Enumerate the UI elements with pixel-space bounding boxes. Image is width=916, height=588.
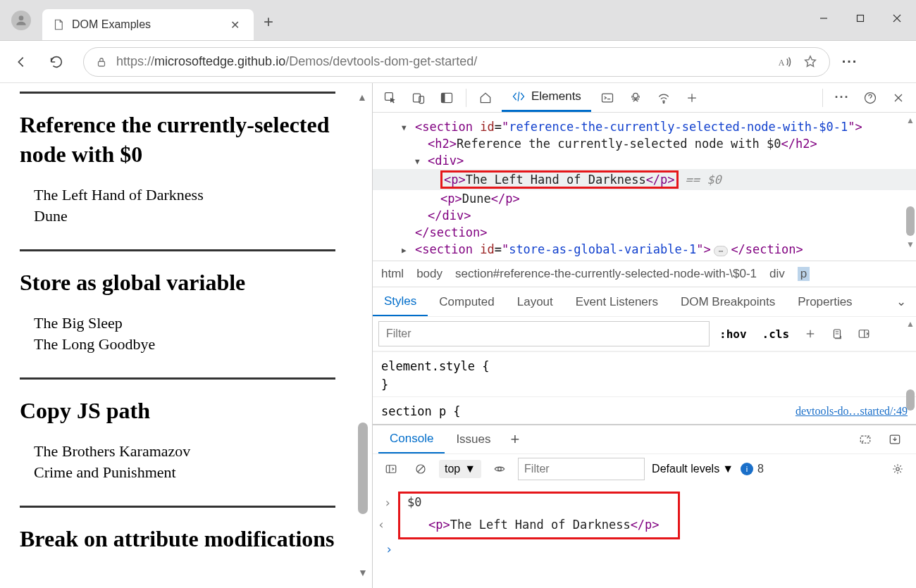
list-item: The Big Sleep — [34, 313, 335, 334]
context-selector[interactable]: top ▼ — [439, 460, 481, 478]
window-controls — [807, 6, 916, 40]
computed-tab[interactable]: Computed — [428, 287, 505, 316]
refresh-button[interactable] — [41, 46, 72, 77]
source-link[interactable]: devtools-do…started/:49 — [796, 403, 908, 420]
styles-filter-input[interactable] — [378, 321, 710, 346]
close-devtools-icon[interactable] — [886, 86, 910, 110]
console-settings-icon[interactable] — [886, 458, 909, 480]
elements-tab[interactable]: Elements — [502, 84, 591, 112]
more-tabs-icon[interactable] — [680, 86, 704, 110]
info-icon: i — [741, 463, 753, 475]
styles-tab[interactable]: Styles — [373, 287, 428, 316]
browser-tab-strip: DOM Examples ✕ + — [0, 0, 916, 41]
clear-console-icon[interactable] — [409, 458, 432, 480]
section-heading: Copy JS path — [20, 396, 335, 426]
copy-styles-icon[interactable] — [826, 323, 848, 345]
address-bar-row: https://microsoftedge.github.io/Demos/de… — [0, 41, 916, 83]
svg-rect-23 — [859, 330, 869, 338]
list-item: Crime and Punishment — [34, 462, 335, 483]
page-section: Store as global variable The Big Sleep T… — [20, 249, 335, 377]
css-rule-section-p[interactable]: section p { devtools-do…started/:49 — [373, 396, 916, 424]
issues-drawer-tab[interactable]: Issues — [445, 425, 502, 453]
page-content-pane: Reference the currently-selected node wi… — [0, 83, 372, 588]
svg-rect-12 — [602, 94, 612, 102]
console-output[interactable]: › $0 ‹ <p>The Left Hand of Darkness</p> … — [373, 484, 916, 566]
page-icon — [52, 18, 65, 31]
styles-tabstrip: Styles Computed Layout Event Listeners D… — [373, 287, 916, 316]
svg-point-32 — [896, 468, 900, 471]
console-drawer-tab[interactable]: Console — [378, 425, 445, 453]
maximize-button[interactable] — [844, 6, 877, 30]
issues-counter[interactable]: i8 — [741, 463, 764, 475]
selected-dom-node[interactable]: <p>The Left Hand of Darkness</p>== $0 — [373, 169, 916, 190]
elements-icon — [512, 89, 526, 104]
chevron-down-icon[interactable]: ⌄ — [886, 294, 916, 309]
new-style-rule-icon[interactable] — [799, 323, 822, 345]
page-section: Reference the currently-selected node wi… — [20, 92, 335, 249]
close-window-button[interactable] — [881, 6, 913, 30]
styles-scrollbar[interactable]: ▲ — [905, 319, 916, 411]
list-item: The Left Hand of Darkness — [34, 184, 335, 206]
inspect-element-icon[interactable] — [378, 86, 402, 110]
list-item: Dune — [34, 206, 335, 227]
svg-line-30 — [418, 466, 423, 472]
properties-tab[interactable]: Properties — [786, 287, 863, 316]
svg-rect-5 — [99, 61, 105, 66]
network-tab-icon[interactable] — [652, 86, 676, 110]
css-rule-element-style[interactable]: element.style { } — [373, 351, 916, 396]
toggle-screencast-icon[interactable] — [435, 86, 459, 110]
page-section: Copy JS path The Brothers Karamazov Crim… — [20, 377, 335, 506]
drawer-dock-icon[interactable] — [884, 428, 906, 451]
highlighted-console-entry: $0 ‹ <p>The Left Hand of Darkness</p> — [398, 492, 680, 539]
svg-point-0 — [19, 15, 24, 20]
browser-tab[interactable]: DOM Examples ✕ — [42, 9, 254, 40]
cls-toggle[interactable]: .cls — [757, 325, 796, 344]
minimize-button[interactable] — [807, 6, 840, 30]
list-item: The Long Goodbye — [34, 334, 335, 355]
styles-toolbar: :hov .cls — [373, 316, 916, 351]
address-bar[interactable]: https://microsoftedge.github.io/Demos/de… — [83, 47, 830, 77]
read-aloud-icon[interactable]: A — [777, 54, 793, 70]
url-text: https://microsoftedge.github.io/Demos/de… — [116, 54, 477, 69]
tab-close-icon[interactable]: ✕ — [226, 17, 244, 33]
svg-text:A: A — [779, 57, 785, 67]
drawer-expand-icon[interactable] — [854, 428, 877, 451]
section-heading: Break on attribute modifications — [20, 525, 335, 554]
add-drawer-tab-icon[interactable]: + — [502, 430, 528, 449]
sources-tab-icon[interactable] — [624, 86, 648, 110]
tree-scrollbar[interactable]: ▲▼ — [905, 115, 916, 249]
svg-rect-2 — [858, 15, 864, 22]
section-heading: Reference the currently-selected node wi… — [20, 111, 335, 169]
dom-breakpoints-tab[interactable]: DOM Breakpoints — [669, 287, 786, 316]
dom-breadcrumb[interactable]: html body section#reference-the-currentl… — [373, 261, 916, 287]
console-sidebar-icon[interactable] — [380, 458, 402, 480]
event-listeners-tab[interactable]: Event Listeners — [564, 287, 669, 316]
svg-point-13 — [633, 93, 638, 98]
elements-tree[interactable]: ••• ▼<section id="reference-the-currentl… — [373, 113, 916, 261]
section-heading: Store as global variable — [20, 268, 335, 298]
svg-rect-11 — [442, 93, 445, 102]
favorite-icon[interactable] — [803, 54, 818, 70]
devtools-panel: Elements ··· ••• ▼<section id="reference… — [372, 83, 916, 588]
devtools-more-icon[interactable]: ··· — [830, 86, 854, 110]
console-tab-icon[interactable] — [595, 86, 619, 110]
svg-point-14 — [663, 101, 664, 103]
browser-menu-button[interactable]: ··· — [834, 46, 865, 77]
help-icon[interactable] — [858, 86, 882, 110]
layout-tab[interactable]: Layout — [506, 287, 564, 316]
live-expression-icon[interactable] — [488, 458, 511, 480]
new-tab-button[interactable]: + — [264, 12, 273, 32]
console-drawer: Console Issues + top ▼ Default levels ▼ … — [373, 424, 916, 589]
device-toolbar-icon[interactable] — [407, 86, 431, 110]
profile-avatar[interactable] — [11, 11, 31, 30]
page-scrollbar[interactable]: ▲ ▼ — [357, 92, 368, 580]
computed-sidebar-icon[interactable] — [853, 323, 875, 345]
welcome-tab-icon[interactable] — [474, 86, 497, 110]
console-filter-input[interactable] — [518, 458, 645, 480]
hov-toggle[interactable]: :hov — [714, 325, 753, 344]
svg-point-31 — [498, 468, 502, 471]
console-toolbar: top ▼ Default levels ▼ i8 — [373, 453, 916, 484]
log-level-selector[interactable]: Default levels ▼ — [652, 463, 734, 475]
page-section: Break on attribute modifications — [20, 506, 335, 589]
back-button[interactable] — [6, 46, 37, 77]
